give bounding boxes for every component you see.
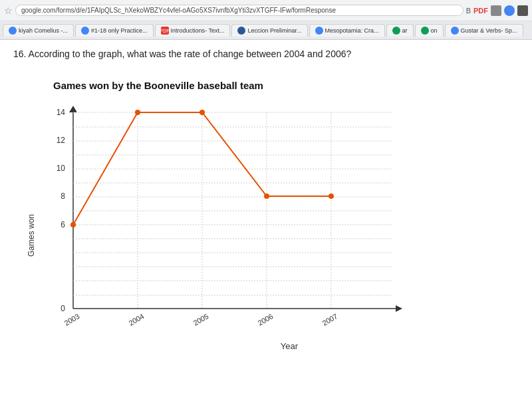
chart-svg: 6 8 10 12 14 0 2003 2004 2005 2006 2007 bbox=[40, 99, 426, 338]
x-tick-2006: 2006 bbox=[256, 312, 274, 327]
x-axis-label: Year bbox=[66, 341, 512, 351]
browser-icon-b: B bbox=[466, 7, 471, 15]
browser-icon-extra2 bbox=[504, 5, 515, 16]
y-tick-14: 14 bbox=[57, 108, 66, 117]
url-input[interactable]: google.com/forms/d/e/1FAIpQLSc_hXekoWBZY… bbox=[15, 5, 464, 16]
tab-kiyah[interactable]: kiyah Comelius -... bbox=[3, 24, 74, 37]
question-text: 16. According to the graph, what was the… bbox=[13, 48, 519, 61]
tab-mesopotamia[interactable]: Mesopotamia: Cra... bbox=[309, 24, 385, 37]
tab-leccion[interactable]: Leccion Preliminar... bbox=[231, 24, 307, 37]
question-body: According to the graph, what was the rat… bbox=[29, 49, 352, 59]
chart-title: Games won by the Booneville baseball tea… bbox=[53, 80, 512, 91]
y-tick-6: 6 bbox=[61, 220, 65, 229]
x-tick-2004: 2004 bbox=[127, 312, 145, 327]
tab-on-label: on bbox=[431, 27, 438, 34]
tab-practice-icon bbox=[81, 27, 89, 35]
star-icon[interactable]: ☆ bbox=[4, 5, 13, 16]
y-tick-12: 12 bbox=[57, 136, 66, 145]
tabs-bar: kiyah Comelius -... #1-18 only Practice.… bbox=[0, 21, 532, 40]
tab-gustar-label: Gustar & Verbs- Sp... bbox=[461, 27, 517, 34]
tab-gustar-icon bbox=[451, 27, 459, 35]
tab-mesopotamia-label: Mesopotamia: Cra... bbox=[325, 27, 379, 34]
tab-practice[interactable]: #1-18 only Practice... bbox=[75, 24, 154, 37]
chart-inner: 6 8 10 12 14 0 2003 2004 2005 2006 2007 bbox=[40, 99, 512, 351]
dot-2007 bbox=[329, 194, 334, 199]
tab-gustar[interactable]: Gustar & Verbs- Sp... bbox=[445, 24, 523, 37]
dot-2005 bbox=[200, 110, 205, 115]
question-number: 16 bbox=[13, 49, 24, 59]
tab-introductions[interactable]: PDF Introductions- Text... bbox=[155, 24, 231, 37]
browser-action-icons: B PDF bbox=[466, 5, 528, 16]
tab-on-icon bbox=[421, 27, 429, 35]
tab-ar-label: ar bbox=[402, 27, 408, 34]
x-tick-2007: 2007 bbox=[321, 312, 338, 327]
dot-2006 bbox=[264, 194, 269, 199]
svg-marker-2 bbox=[396, 305, 402, 312]
tab-kiyah-icon bbox=[9, 27, 17, 35]
browser-icon-extra3 bbox=[517, 5, 528, 16]
chart-container: Games won by the Booneville baseball tea… bbox=[13, 73, 519, 358]
tab-kiyah-label: kiyah Comelius -... bbox=[19, 27, 68, 34]
tab-ar[interactable]: ar bbox=[386, 24, 414, 37]
tab-ar-icon bbox=[392, 27, 400, 35]
x-tick-2005: 2005 bbox=[192, 312, 209, 327]
tab-introductions-icon: PDF bbox=[161, 27, 169, 35]
y-axis-label: Games won bbox=[27, 99, 36, 351]
y-tick-0: 0 bbox=[61, 304, 65, 313]
svg-marker-3 bbox=[69, 106, 77, 112]
browser-url-bar: ☆ google.com/forms/d/e/1FAIpQLSc_hXekoWB… bbox=[0, 0, 532, 21]
y-tick-10: 10 bbox=[57, 164, 66, 173]
page-content: 16. According to the graph, what was the… bbox=[0, 40, 532, 366]
browser-icon-extra1 bbox=[491, 5, 501, 16]
tab-leccion-icon bbox=[237, 27, 245, 35]
browser-icon-pdf: PDF bbox=[473, 7, 488, 15]
tab-mesopotamia-icon bbox=[315, 27, 323, 35]
x-tick-2003: 2003 bbox=[63, 312, 80, 327]
y-tick-8: 8 bbox=[61, 192, 65, 201]
tab-leccion-label: Leccion Preliminar... bbox=[247, 27, 301, 34]
tab-on[interactable]: on bbox=[415, 24, 444, 37]
tab-practice-label: #1-18 only Practice... bbox=[91, 27, 148, 34]
dot-2003 bbox=[70, 222, 76, 227]
chart-area: Games won bbox=[27, 99, 512, 351]
dot-2004 bbox=[135, 110, 140, 115]
tab-introductions-label: Introductions- Text... bbox=[171, 27, 225, 34]
